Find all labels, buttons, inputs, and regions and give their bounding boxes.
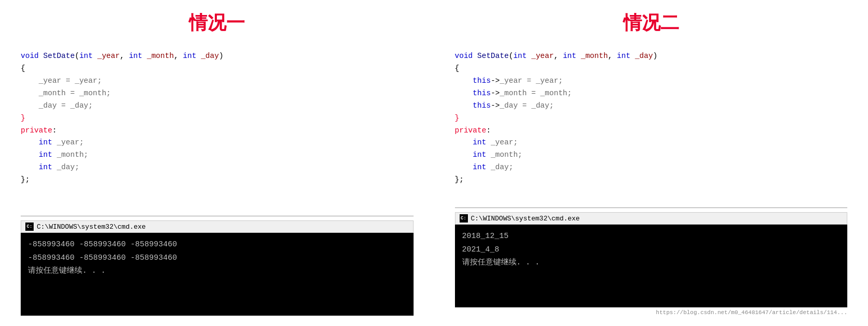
- r-member-day: _day;: [491, 163, 513, 171]
- cmd-left-line-2: -858993460 -858993460 -858993460: [28, 251, 406, 265]
- code-line-6: }: [21, 112, 414, 125]
- right-cmd-path: C:\WINDOWS\system32\cmd.exe: [471, 215, 580, 223]
- right-cmd-header: C: C:\WINDOWS\system32\cmd.exe: [455, 212, 848, 225]
- left-cmd-path: C:\WINDOWS\system32\cmd.exe: [37, 223, 146, 231]
- cmd-right-line-3: 请按任意键继续. . .: [462, 256, 841, 270]
- r-code-line-8: int _year;: [455, 137, 848, 149]
- code-line-7: private:: [21, 125, 414, 137]
- r-type-int-1: int: [513, 52, 527, 60]
- code-line-8: int _year;: [21, 137, 414, 149]
- function-name: SetDate: [43, 52, 75, 60]
- r-code-line-2: {: [455, 63, 848, 75]
- r-assign-year: _year = _year;: [500, 77, 563, 85]
- cmd-right-line-1: 2018_12_15: [462, 230, 841, 243]
- r-this-3: this: [473, 101, 491, 110]
- left-title: 情况一: [21, 10, 414, 36]
- type-int-2: int: [129, 52, 142, 60]
- cmd-right-line-2: 2021_4_8: [462, 243, 841, 257]
- r-assign-month: _month = _month;: [500, 89, 572, 97]
- assign-year: _year = _year;: [39, 77, 102, 85]
- code-line-11: };: [21, 174, 414, 186]
- r-code-line-4: this->_month = _month;: [455, 87, 848, 100]
- right-title: 情况二: [455, 10, 848, 36]
- r-code-line-3: this->_year = _year;: [455, 75, 848, 87]
- right-panel: 情况二 void SetDate(int _year, int _month, …: [434, 0, 869, 326]
- r-code-line-7: private:: [455, 125, 848, 137]
- r-param-day: _day: [635, 52, 653, 60]
- left-cmd-output: -858993460 -858993460 -858993460 -858993…: [21, 233, 414, 316]
- r-type-int-3: int: [617, 52, 630, 60]
- left-cmd-header: C: C:\WINDOWS\system32\cmd.exe: [21, 220, 414, 233]
- code-line-4: _month = _month;: [21, 87, 414, 100]
- param-year: _year: [97, 52, 120, 60]
- member-day: _day;: [57, 163, 80, 171]
- right-code-block: void SetDate(int _year, int _month, int …: [455, 45, 848, 203]
- member-type-1: int: [39, 138, 52, 146]
- r-member-type-1: int: [473, 138, 486, 146]
- left-divider: [21, 216, 414, 216]
- r-code-line-1: void SetDate(int _year, int _month, int …: [455, 50, 848, 63]
- code-line-5: _day = _day;: [21, 100, 414, 112]
- bottom-link: https://blog.csdn.net/m0_46481647/articl…: [455, 307, 848, 316]
- r-code-line-11: };: [455, 174, 848, 186]
- r-member-type-2: int: [473, 151, 486, 159]
- code-line-3: _year = _year;: [21, 75, 414, 87]
- code-line-10: int _day;: [21, 161, 414, 174]
- type-int-3: int: [183, 52, 196, 60]
- keyword-void: void: [21, 52, 39, 60]
- r-function-name: SetDate: [477, 52, 509, 60]
- member-month: _month;: [57, 151, 89, 159]
- left-panel: 情况一 void SetDate(int _year, int _month, …: [0, 0, 434, 326]
- r-type-int-2: int: [563, 52, 576, 60]
- r-this-2: this: [473, 89, 491, 97]
- type-int-1: int: [79, 52, 93, 60]
- r-member-year: _year;: [491, 138, 518, 146]
- member-year: _year;: [57, 138, 84, 146]
- right-divider: [455, 208, 848, 208]
- r-code-line-6: }: [455, 112, 848, 125]
- param-month: _month: [147, 52, 174, 60]
- r-code-line-10: int _day;: [455, 161, 848, 174]
- right-cmd-output: 2018_12_15 2021_4_8 请按任意键继续. . .: [455, 225, 848, 307]
- r-member-type-3: int: [473, 163, 486, 171]
- r-assign-day: _day = _day;: [500, 101, 554, 110]
- member-type-2: int: [39, 151, 52, 159]
- r-code-line-5: this->_day = _day;: [455, 100, 848, 112]
- r-param-year: _year: [531, 52, 554, 60]
- cmd-left-line-3: 请按任意键继续. . .: [28, 264, 406, 278]
- r-member-month: _month;: [491, 151, 522, 159]
- param-day: _day: [201, 52, 219, 60]
- cmd-left-line-1: -858993460 -858993460 -858993460: [28, 238, 406, 251]
- cmd-icon-right: C:: [460, 214, 468, 223]
- r-this-1: this: [473, 77, 491, 85]
- left-code-block: void SetDate(int _year, int _month, int …: [21, 45, 414, 212]
- r-code-line-9: int _month;: [455, 149, 848, 161]
- code-line-1: void SetDate(int _year, int _month, int …: [21, 50, 414, 63]
- code-line-2: {: [21, 63, 414, 75]
- member-type-3: int: [39, 163, 52, 171]
- r-keyword-void: void: [455, 52, 473, 60]
- private-keyword: private: [21, 126, 52, 135]
- assign-month: _month = _month;: [39, 89, 111, 97]
- assign-day: _day = _day;: [39, 101, 93, 110]
- cmd-icon-left: C:: [25, 223, 34, 231]
- r-private-keyword: private: [455, 126, 487, 135]
- r-param-month: _month: [581, 52, 608, 60]
- code-line-9: int _month;: [21, 149, 414, 161]
